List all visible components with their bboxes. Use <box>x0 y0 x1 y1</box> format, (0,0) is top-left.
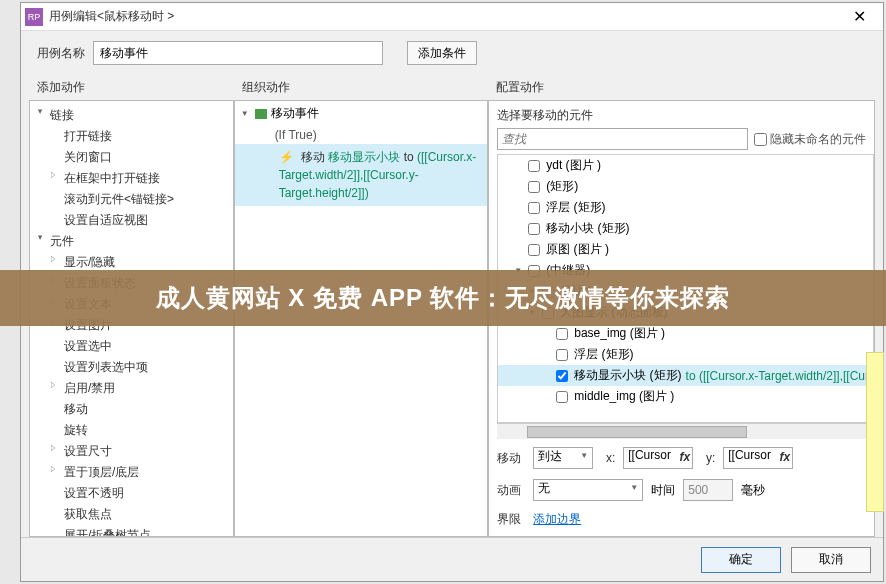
widget-checkbox[interactable] <box>528 160 540 172</box>
y-label: y: <box>701 451 715 465</box>
anim-label: 动画 <box>497 482 525 499</box>
time-input[interactable] <box>683 479 733 501</box>
widget-checkbox[interactable] <box>528 223 540 235</box>
action-to: to <box>404 150 414 164</box>
widget-checkbox[interactable] <box>528 202 540 214</box>
tree-item[interactable]: 设置自适应视图 <box>30 210 233 231</box>
time-label: 时间 <box>651 482 675 499</box>
fx-icon[interactable]: fx <box>680 450 691 464</box>
widget-row[interactable]: 浮层 (矩形) <box>498 344 873 365</box>
tree-item[interactable]: 启用/禁用 <box>30 378 233 399</box>
overlay-banner: 成人黄网站 X 免费 APP 软件：无尽激情等你来探索 <box>0 270 886 326</box>
move-label: 移动 <box>497 450 525 467</box>
widget-row[interactable]: base_img (图片 ) <box>498 323 873 344</box>
action-target: 移动显示小块 <box>328 150 400 164</box>
tree-item[interactable]: 置于顶层/底层 <box>30 462 233 483</box>
tree-item[interactable]: 设置选中 <box>30 336 233 357</box>
tree-item[interactable]: 获取焦点 <box>30 504 233 525</box>
configure-action-header: 配置动作 <box>488 75 875 100</box>
tree-item[interactable]: 打开链接 <box>30 126 233 147</box>
hide-unnamed-checkbox[interactable]: 隐藏未命名的元件 <box>754 131 866 148</box>
case-root[interactable]: 移动事件 <box>235 101 488 126</box>
widget-checkbox[interactable] <box>528 244 540 256</box>
case-name-label: 用例名称 <box>37 45 85 62</box>
widget-checkbox[interactable] <box>556 328 568 340</box>
ms-label: 毫秒 <box>741 482 765 499</box>
widget-checkbox[interactable] <box>556 391 568 403</box>
hide-unnamed-cb[interactable] <box>754 133 767 146</box>
cancel-button[interactable]: 取消 <box>791 547 871 573</box>
close-button[interactable]: ✕ <box>839 3 879 31</box>
widget-row[interactable]: 移动显示小块 (矩形) to ([[Cursor.x-Target.width/… <box>498 365 873 386</box>
tree-item[interactable]: 移动 <box>30 399 233 420</box>
widget-row[interactable]: ydt (图片 ) <box>498 155 873 176</box>
widget-checkbox[interactable] <box>556 370 568 382</box>
x-input[interactable]: [[Cursorfx <box>623 447 693 469</box>
widget-row[interactable]: middle_img (图片 ) <box>498 386 873 407</box>
add-action-header: 添加动作 <box>29 75 234 100</box>
bounds-label: 界限 <box>497 511 525 528</box>
widget-row[interactable]: 移动小块 (矩形) <box>498 218 873 239</box>
h-scrollbar[interactable] <box>497 423 874 439</box>
tree-item[interactable]: 元件 <box>30 231 233 252</box>
case-condition[interactable]: (If True) <box>235 126 488 144</box>
tree-item[interactable]: 设置列表选中项 <box>30 357 233 378</box>
app-icon: RP <box>25 8 43 26</box>
action-item-move[interactable]: ⚡ 移动 移动显示小块 to ([[Cursor.x-Target.width/… <box>235 144 488 206</box>
move-mode-dropdown[interactable]: 到达 <box>533 447 593 469</box>
sticky-note <box>866 352 884 512</box>
widget-checkbox[interactable] <box>528 181 540 193</box>
case-name-input[interactable] <box>93 41 383 65</box>
x-label: x: <box>601 451 615 465</box>
h-scroll-thumb[interactable] <box>527 426 747 438</box>
widget-row[interactable]: 浮层 (矩形) <box>498 197 873 218</box>
tree-item[interactable]: 在框架中打开链接 <box>30 168 233 189</box>
tree-item[interactable]: 展开/折叠树节点 <box>30 525 233 537</box>
select-widget-label: 选择要移动的元件 <box>489 101 874 128</box>
organize-action-header: 组织动作 <box>234 75 489 100</box>
case-name-row: 用例名称 添加条件 <box>21 31 883 75</box>
add-bounds-link[interactable]: 添加边界 <box>533 511 581 528</box>
window-title: 用例编辑<鼠标移动时 > <box>49 8 839 25</box>
ok-button[interactable]: 确定 <box>701 547 781 573</box>
fx-icon[interactable]: fx <box>780 450 791 464</box>
move-row: 移动 到达 x: [[Cursorfx y: [[Cursorfx <box>497 447 866 469</box>
widget-search-row: 隐藏未命名的元件 <box>489 128 874 154</box>
action-verb: 移动 <box>301 150 325 164</box>
widget-search-input[interactable] <box>497 128 748 150</box>
widget-row[interactable]: (矩形) <box>498 176 873 197</box>
tree-item[interactable]: 滚动到元件<锚链接> <box>30 189 233 210</box>
tree-item[interactable]: 设置不透明 <box>30 483 233 504</box>
tree-item[interactable]: 链接 <box>30 105 233 126</box>
add-condition-button[interactable]: 添加条件 <box>407 41 477 65</box>
move-properties: 移动 到达 x: [[Cursorfx y: [[Cursorfx 动画 无 时… <box>489 439 874 536</box>
y-input[interactable]: [[Cursorfx <box>723 447 793 469</box>
tree-item[interactable]: 旋转 <box>30 420 233 441</box>
widget-checkbox[interactable] <box>556 349 568 361</box>
titlebar: RP 用例编辑<鼠标移动时 > ✕ <box>21 3 883 31</box>
anim-row: 动画 无 时间 毫秒 <box>497 479 866 501</box>
bounds-row: 界限 添加边界 <box>497 511 866 528</box>
lightning-icon: ⚡ <box>279 150 294 164</box>
case-root-label: 移动事件 <box>271 105 319 122</box>
tree-item[interactable]: 设置尺寸 <box>30 441 233 462</box>
dialog-footer: 确定 取消 <box>21 537 883 581</box>
anim-dropdown[interactable]: 无 <box>533 479 643 501</box>
case-icon <box>255 109 267 119</box>
widget-row[interactable]: 原图 (图片 ) <box>498 239 873 260</box>
tree-item[interactable]: 关闭窗口 <box>30 147 233 168</box>
